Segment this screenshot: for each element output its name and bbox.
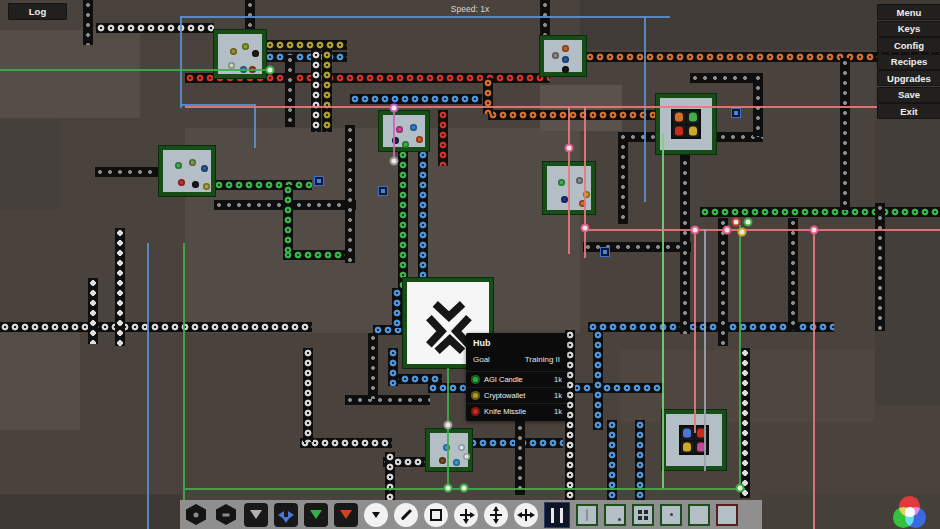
hex-dash-button[interactable] bbox=[214, 503, 238, 527]
sq-dot-button[interactable] bbox=[604, 504, 626, 526]
conveyor-belt bbox=[635, 420, 645, 506]
tri-green-button[interactable] bbox=[304, 503, 328, 527]
terrain-patch bbox=[0, 30, 140, 118]
item-dot bbox=[175, 162, 182, 169]
machine-building[interactable] bbox=[656, 94, 716, 154]
wire-node[interactable] bbox=[810, 226, 819, 235]
machine-building[interactable] bbox=[540, 36, 586, 76]
tri-blue3-button[interactable] bbox=[274, 503, 298, 527]
menu-button-exit[interactable]: Exit bbox=[877, 103, 940, 119]
wire-node[interactable] bbox=[460, 484, 469, 493]
item-dot bbox=[189, 159, 196, 166]
menu-button-save[interactable]: Save bbox=[877, 87, 940, 103]
conveyor-belt bbox=[618, 132, 628, 224]
wire-node[interactable] bbox=[565, 144, 574, 153]
conveyor-belt bbox=[593, 330, 603, 430]
wire-node[interactable] bbox=[723, 226, 732, 235]
signal-wire bbox=[813, 229, 815, 529]
wire-node[interactable] bbox=[266, 66, 275, 75]
tooltip-goal-row: Goal Training II bbox=[466, 351, 567, 371]
wire-node[interactable] bbox=[736, 484, 745, 493]
signal-wire bbox=[739, 225, 741, 489]
signal-wire bbox=[185, 106, 940, 108]
signal-wire bbox=[662, 133, 664, 489]
conveyor-belt bbox=[562, 383, 664, 393]
circ-cross-ud-button[interactable] bbox=[484, 503, 508, 527]
signal-wire bbox=[183, 243, 185, 529]
speed-indicator: Speed: 1x bbox=[0, 4, 940, 14]
conveyor-belt bbox=[214, 180, 312, 190]
sq-4dots-button[interactable] bbox=[632, 504, 654, 526]
wire-node[interactable] bbox=[444, 484, 453, 493]
item-dot bbox=[562, 45, 569, 52]
circ-cross-rd-button[interactable] bbox=[454, 503, 478, 527]
conveyor-belt bbox=[265, 52, 347, 62]
menu-button-recipes[interactable]: Recipes bbox=[877, 54, 940, 70]
wire-node[interactable] bbox=[744, 218, 753, 227]
belt-splitter[interactable] bbox=[314, 176, 324, 186]
item-name: Knife Missile bbox=[484, 407, 526, 416]
belt-splitter[interactable] bbox=[378, 186, 388, 196]
wire-node[interactable] bbox=[581, 224, 590, 233]
tri-red-button[interactable] bbox=[334, 503, 358, 527]
signal-wire bbox=[180, 16, 182, 108]
conveyor-belt bbox=[345, 395, 430, 405]
machine-building[interactable] bbox=[379, 111, 429, 151]
conveyor-belt bbox=[753, 73, 763, 137]
conveyor-belt bbox=[303, 348, 313, 442]
menu-button-config[interactable]: Config bbox=[877, 37, 940, 53]
wire-node[interactable] bbox=[738, 228, 747, 237]
conveyor-belt bbox=[283, 185, 293, 253]
conveyor-belt bbox=[368, 333, 378, 399]
conveyor-belt bbox=[392, 288, 402, 328]
machine-building[interactable] bbox=[159, 146, 215, 196]
conveyor-belt bbox=[740, 348, 750, 498]
conveyor-belt bbox=[700, 207, 940, 217]
item-amount: 1k bbox=[554, 391, 562, 400]
sq-plain-button[interactable] bbox=[688, 504, 710, 526]
terrain-patch bbox=[0, 494, 182, 529]
sq-dotc-button[interactable] bbox=[660, 504, 682, 526]
item-dot bbox=[458, 444, 465, 451]
agi-candle-icon bbox=[471, 375, 480, 384]
game-stage[interactable]: Log Speed: 1x Hub Goal Training II AGI C… bbox=[0, 0, 940, 529]
sq-vline-button[interactable] bbox=[576, 504, 598, 526]
panel-blue-button[interactable] bbox=[544, 502, 570, 528]
menu-button-menu[interactable]: Menu bbox=[877, 4, 940, 20]
goal-value: Training II bbox=[525, 355, 560, 364]
menu-button-keys[interactable]: Keys bbox=[877, 21, 940, 37]
tooltip-title: Hub bbox=[466, 333, 567, 351]
conveyor-belt bbox=[350, 94, 482, 104]
circ-square-button[interactable] bbox=[424, 503, 448, 527]
wire-node[interactable] bbox=[732, 218, 741, 227]
conveyor-belt bbox=[283, 250, 353, 260]
circ-tri-button[interactable] bbox=[364, 503, 388, 527]
hex-dot-button[interactable] bbox=[184, 503, 208, 527]
item-dot bbox=[562, 56, 569, 63]
item-dot bbox=[416, 136, 423, 143]
item-dot bbox=[558, 179, 565, 186]
cryptowallet-icon bbox=[471, 391, 480, 400]
conveyor-belt bbox=[398, 150, 408, 292]
wire-node[interactable] bbox=[390, 104, 399, 113]
wire-node[interactable] bbox=[390, 157, 399, 166]
tri-gray-button[interactable] bbox=[244, 503, 268, 527]
circ-pencil-button[interactable] bbox=[394, 503, 418, 527]
conveyor-belt bbox=[680, 148, 690, 334]
menu-button-upgrades[interactable]: Upgrades bbox=[877, 70, 940, 86]
sq-maroon-button[interactable] bbox=[716, 504, 738, 526]
item-dot bbox=[201, 165, 208, 172]
machine-building[interactable] bbox=[426, 429, 472, 471]
tooltip-item-row: Knife Missile1k bbox=[466, 403, 567, 419]
item-dot bbox=[576, 177, 583, 184]
build-toolbar bbox=[180, 500, 762, 529]
wire-node[interactable] bbox=[444, 421, 453, 430]
belt-splitter[interactable] bbox=[600, 247, 610, 257]
wire-node[interactable] bbox=[691, 226, 700, 235]
belt-splitter[interactable] bbox=[731, 108, 741, 118]
signal-wire bbox=[0, 69, 270, 71]
tooltip-items: AGI Candle1kCryptowallet1kKnife Missile1… bbox=[466, 371, 567, 419]
tooltip-item-row: AGI Candle1k bbox=[466, 371, 567, 387]
circ-cross-lr-button[interactable] bbox=[514, 503, 538, 527]
conveyor-belt bbox=[115, 228, 125, 346]
